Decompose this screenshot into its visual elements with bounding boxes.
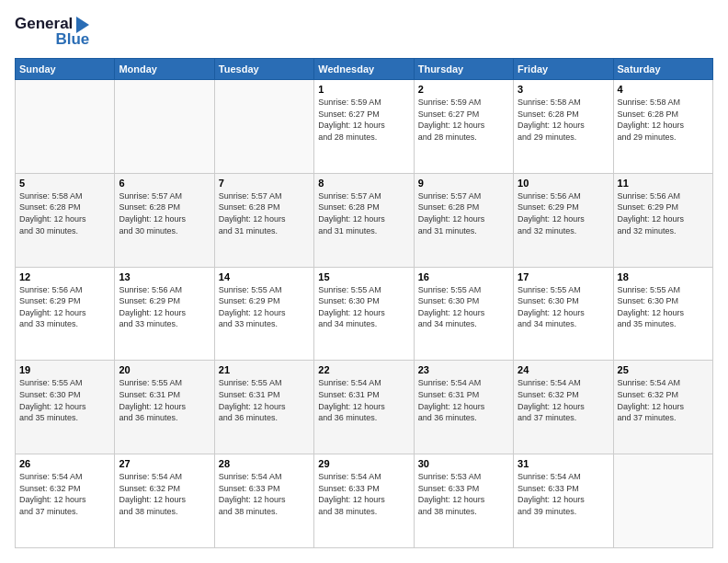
calendar-cell: 2Sunrise: 5:59 AM Sunset: 6:27 PM Daylig… [414,80,513,174]
calendar-cell: 9Sunrise: 5:57 AM Sunset: 6:28 PM Daylig… [414,173,513,267]
day-info: Sunrise: 5:54 AM Sunset: 6:32 PM Dayligh… [119,471,210,517]
weekday-header-tuesday: Tuesday [214,59,313,80]
calendar-cell: 28Sunrise: 5:54 AM Sunset: 6:33 PM Dayli… [214,454,313,548]
week-row-2: 5Sunrise: 5:58 AM Sunset: 6:28 PM Daylig… [16,173,713,267]
calendar-cell: 6Sunrise: 5:57 AM Sunset: 6:28 PM Daylig… [115,173,214,267]
day-info: Sunrise: 5:59 AM Sunset: 6:27 PM Dayligh… [418,97,509,143]
calendar-cell: 24Sunrise: 5:54 AM Sunset: 6:32 PM Dayli… [514,361,613,454]
day-number: 4 [618,84,709,95]
day-info: Sunrise: 5:54 AM Sunset: 6:33 PM Dayligh… [518,471,609,517]
day-number: 8 [318,178,409,189]
calendar-cell: 21Sunrise: 5:55 AM Sunset: 6:31 PM Dayli… [214,361,313,454]
calendar-cell: 7Sunrise: 5:57 AM Sunset: 6:28 PM Daylig… [214,173,313,267]
day-number: 22 [318,364,409,375]
weekday-header-sunday: Sunday [16,59,115,80]
calendar-cell: 13Sunrise: 5:56 AM Sunset: 6:29 PM Dayli… [115,267,214,361]
weekday-header-thursday: Thursday [414,59,513,80]
day-number: 20 [119,364,210,375]
weekday-header-monday: Monday [115,59,214,80]
calendar-cell: 8Sunrise: 5:57 AM Sunset: 6:28 PM Daylig… [314,173,414,267]
day-number: 29 [318,458,409,469]
page: General Blue SundayMondayTuesdayWednesda… [0,0,728,563]
day-number: 9 [418,178,509,189]
day-info: Sunrise: 5:56 AM Sunset: 6:29 PM Dayligh… [119,284,210,330]
day-number: 2 [418,84,509,95]
calendar-cell: 26Sunrise: 5:54 AM Sunset: 6:32 PM Dayli… [16,454,115,548]
week-row-5: 26Sunrise: 5:54 AM Sunset: 6:32 PM Dayli… [16,454,713,548]
day-info: Sunrise: 5:55 AM Sunset: 6:30 PM Dayligh… [618,284,709,330]
weekday-header-saturday: Saturday [613,59,712,80]
calendar-cell: 17Sunrise: 5:55 AM Sunset: 6:30 PM Dayli… [514,267,613,361]
calendar-cell: 5Sunrise: 5:58 AM Sunset: 6:28 PM Daylig… [16,173,115,267]
logo: General Blue [15,15,89,49]
day-info: Sunrise: 5:55 AM Sunset: 6:31 PM Dayligh… [219,377,310,423]
day-number: 16 [418,271,509,282]
day-number: 5 [19,178,110,189]
day-info: Sunrise: 5:58 AM Sunset: 6:28 PM Dayligh… [19,190,110,236]
calendar-cell: 22Sunrise: 5:54 AM Sunset: 6:31 PM Dayli… [314,361,414,454]
week-row-3: 12Sunrise: 5:56 AM Sunset: 6:29 PM Dayli… [16,267,713,361]
day-info: Sunrise: 5:55 AM Sunset: 6:30 PM Dayligh… [518,284,609,330]
calendar-cell: 27Sunrise: 5:54 AM Sunset: 6:32 PM Dayli… [115,454,214,548]
day-info: Sunrise: 5:58 AM Sunset: 6:28 PM Dayligh… [518,97,609,143]
weekday-header-friday: Friday [514,59,613,80]
calendar-cell: 12Sunrise: 5:56 AM Sunset: 6:29 PM Dayli… [16,267,115,361]
calendar-cell: 3Sunrise: 5:58 AM Sunset: 6:28 PM Daylig… [514,80,613,174]
day-info: Sunrise: 5:54 AM Sunset: 6:32 PM Dayligh… [618,377,709,423]
day-number: 11 [618,178,709,189]
calendar-cell: 10Sunrise: 5:56 AM Sunset: 6:29 PM Dayli… [514,173,613,267]
calendar-cell: 19Sunrise: 5:55 AM Sunset: 6:30 PM Dayli… [16,361,115,454]
day-info: Sunrise: 5:54 AM Sunset: 6:32 PM Dayligh… [518,377,609,423]
day-info: Sunrise: 5:55 AM Sunset: 6:31 PM Dayligh… [119,377,210,423]
day-number: 13 [119,271,210,282]
day-info: Sunrise: 5:55 AM Sunset: 6:30 PM Dayligh… [19,377,110,423]
calendar-cell: 15Sunrise: 5:55 AM Sunset: 6:30 PM Dayli… [314,267,414,361]
day-number: 19 [19,364,110,375]
day-info: Sunrise: 5:56 AM Sunset: 6:29 PM Dayligh… [518,190,609,236]
day-number: 27 [119,458,210,469]
day-info: Sunrise: 5:59 AM Sunset: 6:27 PM Dayligh… [318,97,409,143]
day-number: 7 [219,178,310,189]
calendar-cell: 18Sunrise: 5:55 AM Sunset: 6:30 PM Dayli… [613,267,712,361]
day-info: Sunrise: 5:54 AM Sunset: 6:33 PM Dayligh… [219,471,310,517]
day-number: 10 [518,178,609,189]
day-info: Sunrise: 5:54 AM Sunset: 6:31 PM Dayligh… [318,377,409,423]
week-row-4: 19Sunrise: 5:55 AM Sunset: 6:30 PM Dayli… [16,361,713,454]
day-number: 12 [19,271,110,282]
day-info: Sunrise: 5:55 AM Sunset: 6:30 PM Dayligh… [418,284,509,330]
calendar-cell [115,80,214,174]
calendar-cell: 29Sunrise: 5:54 AM Sunset: 6:33 PM Dayli… [314,454,414,548]
day-info: Sunrise: 5:53 AM Sunset: 6:33 PM Dayligh… [418,471,509,517]
calendar-cell [16,80,115,174]
day-info: Sunrise: 5:56 AM Sunset: 6:29 PM Dayligh… [618,190,709,236]
day-number: 21 [219,364,310,375]
day-number: 1 [318,84,409,95]
logo-blue: Blue [55,30,89,49]
calendar-cell: 11Sunrise: 5:56 AM Sunset: 6:29 PM Dayli… [613,173,712,267]
calendar-cell: 4Sunrise: 5:58 AM Sunset: 6:28 PM Daylig… [613,80,712,174]
day-info: Sunrise: 5:57 AM Sunset: 6:28 PM Dayligh… [219,190,310,236]
calendar-cell: 23Sunrise: 5:54 AM Sunset: 6:31 PM Dayli… [414,361,513,454]
calendar-cell: 16Sunrise: 5:55 AM Sunset: 6:30 PM Dayli… [414,267,513,361]
day-number: 15 [318,271,409,282]
calendar-cell: 31Sunrise: 5:54 AM Sunset: 6:33 PM Dayli… [514,454,613,548]
day-info: Sunrise: 5:57 AM Sunset: 6:28 PM Dayligh… [318,190,409,236]
calendar-cell [613,454,712,548]
calendar-cell: 20Sunrise: 5:55 AM Sunset: 6:31 PM Dayli… [115,361,214,454]
day-info: Sunrise: 5:54 AM Sunset: 6:32 PM Dayligh… [19,471,110,517]
calendar-cell: 30Sunrise: 5:53 AM Sunset: 6:33 PM Dayli… [414,454,513,548]
day-number: 26 [19,458,110,469]
day-number: 25 [618,364,709,375]
day-info: Sunrise: 5:55 AM Sunset: 6:30 PM Dayligh… [318,284,409,330]
day-info: Sunrise: 5:55 AM Sunset: 6:29 PM Dayligh… [219,284,310,330]
calendar-cell [214,80,313,174]
day-info: Sunrise: 5:57 AM Sunset: 6:28 PM Dayligh… [418,190,509,236]
day-number: 17 [518,271,609,282]
day-number: 24 [518,364,609,375]
day-number: 18 [618,271,709,282]
weekday-header-wednesday: Wednesday [314,59,414,80]
calendar-table: SundayMondayTuesdayWednesdayThursdayFrid… [15,58,713,548]
day-number: 14 [219,271,310,282]
day-info: Sunrise: 5:57 AM Sunset: 6:28 PM Dayligh… [119,190,210,236]
week-row-1: 1Sunrise: 5:59 AM Sunset: 6:27 PM Daylig… [16,80,713,174]
